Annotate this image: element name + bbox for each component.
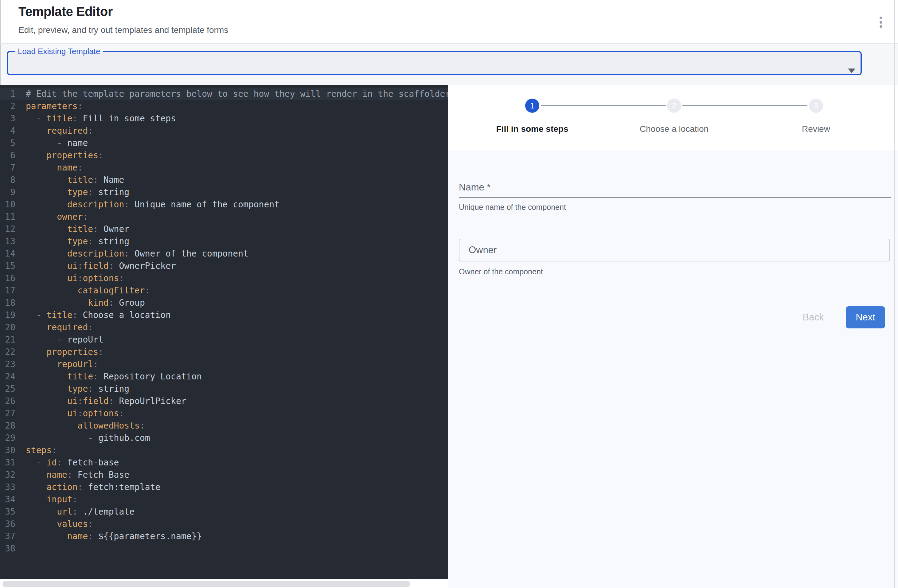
code-line: 3 - title: Fill in some steps	[0, 112, 448, 125]
code-line: 9 type: string	[0, 186, 448, 199]
line-number: 8	[0, 174, 15, 186]
line-number: 3	[0, 112, 15, 125]
line-number: 33	[0, 481, 15, 493]
line-number: 13	[0, 236, 15, 248]
line-number: 27	[0, 407, 15, 420]
line-number: 23	[0, 358, 15, 371]
line-number: 14	[0, 248, 15, 260]
line-number: 1	[0, 88, 15, 100]
horizontal-scrollbar	[0, 579, 448, 588]
code-line: 13 type: string	[0, 236, 448, 248]
code-line: 24 title: Repository Location	[0, 371, 448, 383]
code-line: 4 required:	[0, 125, 448, 137]
line-number: 18	[0, 297, 15, 309]
owner-field	[459, 239, 890, 262]
step-number-badge: 3	[809, 99, 823, 113]
stepper-step: 2Choose a location	[603, 85, 745, 134]
code-line: 35 url: ./template	[0, 506, 448, 518]
line-number: 30	[0, 444, 15, 457]
code-line: 34 input:	[0, 493, 448, 506]
line-number: 10	[0, 199, 15, 211]
preview-form: Name * Unique name of the component Owne…	[448, 150, 898, 588]
chevron-down-icon	[848, 69, 855, 73]
stepper-steps: 1Fill in some steps2Choose a location3Re…	[461, 85, 887, 134]
line-number: 7	[0, 162, 15, 174]
stepper: 1Fill in some steps2Choose a location3Re…	[448, 85, 898, 150]
name-input[interactable]	[459, 181, 891, 197]
code-line: 7 name:	[0, 162, 448, 174]
code-line: 19 - title: Choose a location	[0, 309, 448, 321]
code-line: 6 properties:	[0, 149, 448, 162]
line-number: 4	[0, 125, 15, 137]
code-lines: 1# Edit the template parameters below to…	[0, 88, 448, 555]
step-label: Choose a location	[640, 124, 709, 134]
code-line: 29 - github.com	[0, 432, 448, 444]
line-number: 28	[0, 420, 15, 432]
line-number: 24	[0, 371, 15, 383]
line-number: 5	[0, 137, 15, 149]
code-editor[interactable]: 1# Edit the template parameters below to…	[0, 85, 448, 579]
page-title: Template Editor	[18, 4, 113, 19]
code-line: 22 properties:	[0, 346, 448, 358]
line-number: 38	[0, 543, 15, 555]
code-line: 36 values:	[0, 518, 448, 530]
code-line: 11 owner:	[0, 211, 448, 223]
owner-helper-text: Owner of the component	[459, 267, 543, 276]
code-line: 18 kind: Group	[0, 297, 448, 309]
code-line: 31 - id: fetch-base	[0, 457, 448, 469]
right-edge-border	[894, 0, 895, 588]
code-line: 16 ui:options:	[0, 272, 448, 285]
step-number-badge: 1	[525, 99, 539, 113]
code-line: 28 allowedHosts:	[0, 420, 448, 432]
code-line: 26 ui:field: RepoUrlPicker	[0, 395, 448, 407]
line-number: 11	[0, 211, 15, 223]
code-line: 38	[0, 543, 448, 555]
stepper-connector	[541, 105, 666, 106]
step-label: Fill in some steps	[496, 124, 569, 134]
code-line: 17 catalogFilter:	[0, 285, 448, 297]
name-helper-text: Unique name of the component	[459, 203, 566, 212]
owner-input[interactable]	[469, 240, 880, 260]
step-label: Review	[802, 124, 830, 134]
code-line: 30steps:	[0, 444, 448, 457]
step-number-badge: 2	[667, 99, 681, 113]
next-button[interactable]: Next	[846, 306, 885, 328]
line-number: 12	[0, 223, 15, 236]
code-line: 33 action: fetch:template	[0, 481, 448, 493]
template-loader-section: Load Existing Template	[0, 44, 898, 85]
line-number: 31	[0, 457, 15, 469]
line-number: 35	[0, 506, 15, 518]
code-line: 15 ui:field: OwnerPicker	[0, 260, 448, 272]
code-line: 12 title: Owner	[0, 223, 448, 236]
code-line: 8 title: Name	[0, 174, 448, 186]
line-number: 25	[0, 383, 15, 395]
back-button[interactable]: Back	[795, 306, 832, 328]
select-label: Load Existing Template	[15, 47, 103, 56]
load-existing-template-select[interactable]: Load Existing Template	[7, 47, 862, 75]
stepper-connector	[683, 105, 807, 106]
page-subtitle: Edit, preview, and try out templates and…	[18, 25, 228, 35]
line-number: 34	[0, 493, 15, 506]
stepper-step: 1Fill in some steps	[461, 85, 603, 134]
line-number: 32	[0, 469, 15, 481]
line-number: 9	[0, 186, 15, 199]
code-line: 1# Edit the template parameters below to…	[0, 88, 448, 100]
line-number: 22	[0, 346, 15, 358]
scrollbar-thumb[interactable]	[3, 581, 410, 587]
preview-panel: 1Fill in some steps2Choose a location3Re…	[448, 85, 898, 588]
header: Template Editor Edit, preview, and try o…	[0, 0, 898, 44]
line-number: 21	[0, 334, 15, 346]
code-line: 25 type: string	[0, 383, 448, 395]
code-line: 5 - name	[0, 137, 448, 149]
code-line: 14 description: Owner of the component	[0, 248, 448, 260]
line-number: 17	[0, 285, 15, 297]
kebab-dot-icon	[880, 17, 882, 19]
name-field-underline	[459, 197, 891, 198]
code-line: 23 repoUrl:	[0, 358, 448, 371]
kebab-dot-icon	[880, 25, 882, 28]
line-number: 15	[0, 260, 15, 272]
line-number: 6	[0, 149, 15, 162]
stepper-step: 3Review	[745, 85, 887, 134]
more-options-button[interactable]	[873, 15, 888, 29]
code-line: 10 description: Unique name of the compo…	[0, 199, 448, 211]
